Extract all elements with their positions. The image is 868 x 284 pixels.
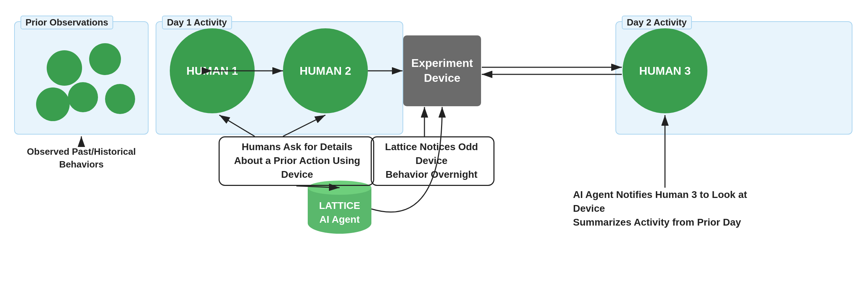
human3-node: HUMAN 3 xyxy=(623,28,707,113)
ai-agent-label: AI Agent Notifies Human 3 to Look at Dev… xyxy=(573,188,771,229)
observed-label: Observed Past/Historical Behaviors xyxy=(14,145,149,171)
prior-observations-panel: Prior Observations xyxy=(14,21,149,135)
lattice-node: LATTICE AI Agent xyxy=(308,188,371,234)
day2-label: Day 2 Activity xyxy=(622,16,692,29)
day1-label: Day 1 Activity xyxy=(162,16,232,29)
observation-dot-4 xyxy=(36,87,70,121)
human2-node: HUMAN 2 xyxy=(283,28,368,113)
observation-dot-3 xyxy=(68,82,98,112)
prior-observations-label: Prior Observations xyxy=(21,16,113,29)
device-node: Experiment Device xyxy=(403,35,481,106)
human1-node: HUMAN 1 xyxy=(170,28,255,113)
lattice-cylinder: LATTICE AI Agent xyxy=(308,188,371,234)
lattice-notices-label: Lattice Notices Odd Device Behavior Over… xyxy=(375,140,488,182)
observation-dot-2 xyxy=(89,43,121,75)
humans-ask-label: Humans Ask for Details About a Prior Act… xyxy=(223,140,371,182)
observation-dot-5 xyxy=(105,84,135,114)
observation-dot-1 xyxy=(47,50,82,86)
